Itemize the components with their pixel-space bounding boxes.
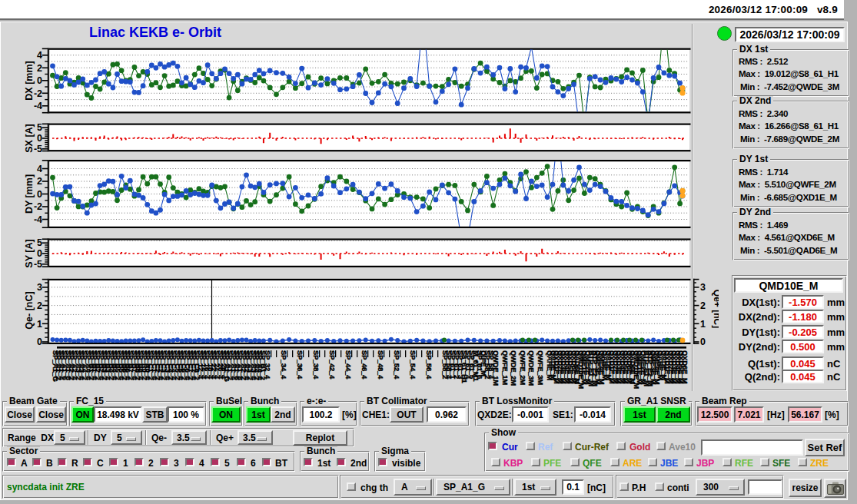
svg-text:0: 0 xyxy=(37,248,42,259)
svg-text:QWFE_1M: QWFE_1M xyxy=(501,350,510,385)
svg-text:5: 5 xyxy=(37,122,42,133)
svg-text:QWFE_3M: QWFE_3M xyxy=(536,350,545,385)
svg-text:Qe- [nC]: Qe- [nC] xyxy=(24,291,35,329)
svg-text:QXD6E_M: QXD6E_M xyxy=(681,350,689,384)
svg-text:5: 5 xyxy=(37,237,42,248)
svg-text:-5: -5 xyxy=(34,259,42,270)
svg-text:QWDE_3M: QWDE_3M xyxy=(527,350,536,386)
svg-text:-5: -5 xyxy=(34,144,42,154)
svg-text:0: 0 xyxy=(37,133,42,144)
svg-text:4: 4 xyxy=(37,164,42,174)
svg-text:1: 1 xyxy=(37,319,42,330)
svg-text:3: 3 xyxy=(37,282,42,293)
svg-text:QWFE_2M: QWFE_2M xyxy=(519,350,527,385)
svg-text:2: 2 xyxy=(700,300,706,311)
svg-text:-4: -4 xyxy=(34,214,42,225)
svg-text:-2: -2 xyxy=(34,201,42,212)
svg-text:SX [A]: SX [A] xyxy=(24,124,35,153)
svg-text:2: 2 xyxy=(37,300,42,311)
svg-text:2: 2 xyxy=(37,176,42,187)
svg-text:QWDE_1M: QWDE_1M xyxy=(492,350,500,386)
svg-text:0: 0 xyxy=(37,189,42,200)
svg-text:-2: -2 xyxy=(34,88,42,99)
svg-text:QWDE_2M: QWDE_2M xyxy=(510,350,518,386)
svg-text:1: 1 xyxy=(700,319,706,330)
svg-text:DY [mm]: DY [mm] xyxy=(24,174,35,214)
svg-text:0: 0 xyxy=(700,337,706,347)
svg-text:0: 0 xyxy=(37,75,42,86)
svg-text:-4: -4 xyxy=(34,101,42,111)
svg-text:Qe+ [nC]: Qe+ [nC] xyxy=(712,290,719,328)
svg-text:3: 3 xyxy=(700,282,706,293)
svg-text:2: 2 xyxy=(37,63,42,74)
svg-text:SY [A]: SY [A] xyxy=(24,239,35,267)
svg-text:DX [mm]: DX [mm] xyxy=(24,61,35,100)
svg-text:4: 4 xyxy=(37,50,42,61)
svg-text:0: 0 xyxy=(37,337,42,347)
